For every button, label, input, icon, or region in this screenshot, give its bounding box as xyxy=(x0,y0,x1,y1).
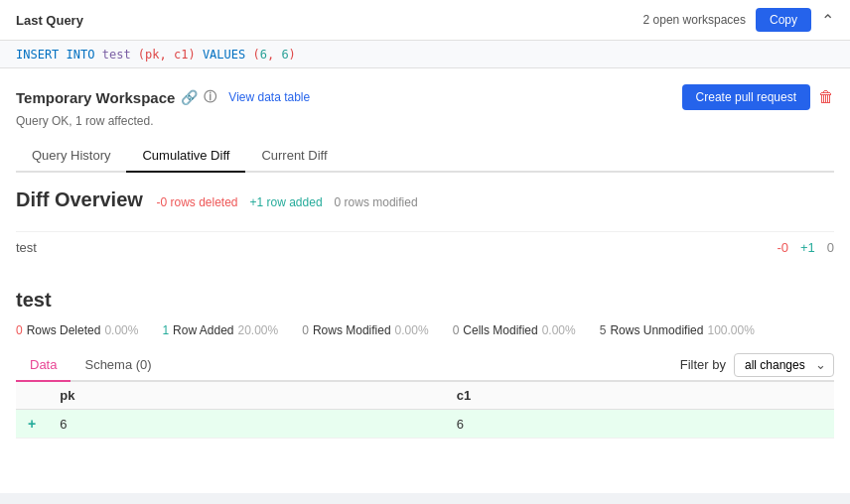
collapse-icon[interactable]: ⌃ xyxy=(821,11,834,30)
stats-row: 0 Rows Deleted 0.00% 1 Row Added 20.00% … xyxy=(16,323,834,337)
stat-cells-pct: 0.00% xyxy=(542,323,576,337)
workspaces-text: 2 open workspaces xyxy=(643,13,746,27)
row-indicator: + xyxy=(16,410,48,439)
create-pr-button[interactable]: Create pull request xyxy=(682,84,810,110)
tab-cumulative-diff[interactable]: Cumulative Diff xyxy=(126,140,245,173)
deleted-count: -0 rows deleted xyxy=(156,195,237,209)
stat-added: 1 Row Added 20.00% xyxy=(162,323,278,337)
table-header-row: pk c1 xyxy=(16,382,834,410)
diff-summary: -0 rows deleted +1 row added 0 rows modi… xyxy=(156,195,417,209)
filter-select-wrapper: all changes added deleted modified ⌄ xyxy=(734,353,834,377)
filter-select[interactable]: all changes added deleted modified xyxy=(734,353,834,377)
diff-table-row: test -0 +1 0 xyxy=(16,231,834,263)
stat-deleted-num: 0 xyxy=(16,323,23,337)
top-bar: Last Query 2 open workspaces Copy ⌃ xyxy=(0,0,850,41)
tab-query-history[interactable]: Query History xyxy=(16,140,126,173)
diff-table-name: test xyxy=(16,240,777,255)
tabs: Query History Cumulative Diff Current Di… xyxy=(16,140,834,173)
tab-data[interactable]: Data xyxy=(16,349,71,382)
diff-added: +1 xyxy=(800,240,815,255)
stat-unmodified: 5 Rows Unmodified 100.00% xyxy=(600,323,755,337)
stat-modified-num: 0 xyxy=(302,323,309,337)
stat-unmodified-pct: 100.00% xyxy=(707,323,754,337)
query-bar: INSERT INTO test (pk, c1) VALUES (6, 6) xyxy=(0,41,850,68)
top-bar-title: Last Query xyxy=(16,13,83,28)
query-status: Query OK, 1 row affected. xyxy=(16,114,834,128)
section-title: test xyxy=(16,289,834,312)
stat-deleted: 0 Rows Deleted 0.00% xyxy=(16,323,138,337)
info-icon[interactable]: ⓘ xyxy=(204,88,216,106)
workspace-header: Temporary Workspace 🔗 ⓘ View data table … xyxy=(16,84,834,110)
filter-container: Filter by all changes added deleted modi… xyxy=(680,353,834,377)
filter-by-label: Filter by xyxy=(680,357,726,372)
added-count: +1 row added xyxy=(250,195,323,209)
table-row: + 6 6 xyxy=(16,410,834,439)
diff-table-counts: -0 +1 0 xyxy=(777,240,834,255)
workspace-actions: Create pull request 🗑 xyxy=(682,84,834,110)
stat-deleted-pct: 0.00% xyxy=(104,323,138,337)
stat-unmodified-label: Rows Unmodified xyxy=(610,323,703,337)
query-text: INSERT INTO test (pk, c1) VALUES (6, 6) xyxy=(16,48,296,62)
modified-count: 0 rows modified xyxy=(335,195,418,209)
view-data-link[interactable]: View data table xyxy=(228,90,310,104)
stat-deleted-label: Rows Deleted xyxy=(27,323,101,337)
stat-added-num: 1 xyxy=(162,323,169,337)
stat-modified-label: Rows Modified xyxy=(313,323,391,337)
data-section-header: Data Schema (0) Filter by all changes ad… xyxy=(16,349,834,382)
tab-schema[interactable]: Schema (0) xyxy=(71,349,165,382)
stat-added-label: Row Added xyxy=(173,323,233,337)
cell-pk: 6 xyxy=(48,410,444,439)
data-table: pk c1 + 6 6 xyxy=(16,382,834,439)
workspace-title: Temporary Workspace 🔗 ⓘ xyxy=(16,88,216,106)
indicator-col-header xyxy=(16,382,48,410)
main-content: Temporary Workspace 🔗 ⓘ View data table … xyxy=(0,68,850,493)
top-bar-actions: 2 open workspaces Copy ⌃ xyxy=(643,8,834,32)
stat-modified-pct: 0.00% xyxy=(395,323,429,337)
stat-cells-label: Cells Modified xyxy=(463,323,537,337)
stat-modified: 0 Rows Modified 0.00% xyxy=(302,323,428,337)
col-header-c1: c1 xyxy=(445,382,834,410)
diff-overview: Diff Overview -0 rows deleted +1 row add… xyxy=(16,189,834,211)
stat-cells-num: 0 xyxy=(453,323,460,337)
stat-cells-modified: 0 Cells Modified 0.00% xyxy=(453,323,576,337)
stat-unmodified-num: 5 xyxy=(600,323,607,337)
cell-c1: 6 xyxy=(445,410,834,439)
diff-overview-title: Diff Overview xyxy=(16,189,143,210)
tab-current-diff[interactable]: Current Diff xyxy=(245,140,343,173)
diff-modified: 0 xyxy=(827,240,834,255)
stat-added-pct: 20.00% xyxy=(238,323,279,337)
diff-deleted: -0 xyxy=(777,240,788,255)
data-tabs: Data Schema (0) xyxy=(16,349,166,380)
link-icon[interactable]: 🔗 xyxy=(181,89,198,105)
delete-icon[interactable]: 🗑 xyxy=(818,88,834,106)
col-header-pk: pk xyxy=(48,382,444,410)
copy-button[interactable]: Copy xyxy=(756,8,811,32)
add-icon: + xyxy=(28,416,36,432)
